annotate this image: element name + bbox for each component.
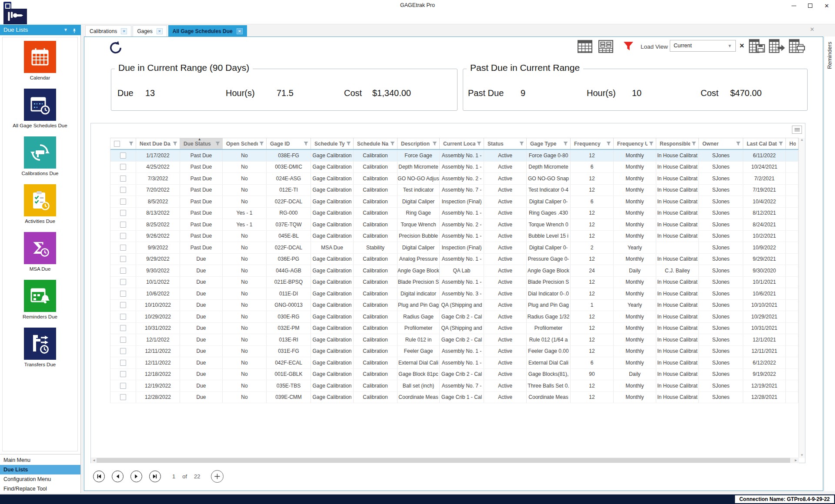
table-row[interactable]: 12/19/2022DueNo035E-TBSGage CalibrationC… bbox=[110, 380, 798, 392]
tab-gages[interactable]: Gages✕ bbox=[133, 25, 167, 36]
row-checkbox[interactable] bbox=[120, 245, 126, 251]
row-checkbox[interactable] bbox=[120, 222, 126, 228]
column-header-current-loca[interactable]: Current Loca bbox=[440, 138, 484, 149]
table-row[interactable]: 9/26/2022Past DueNo045E-BLGage Calibrati… bbox=[110, 231, 798, 242]
filter-icon[interactable] bbox=[691, 141, 696, 146]
table-row[interactable]: 8/13/2022Past DueYes - 1RG-000Gage Calib… bbox=[110, 208, 798, 219]
close-button[interactable]: ✕ bbox=[818, 0, 835, 11]
sidebar-menu-item-main-menu[interactable]: Main Menu bbox=[0, 455, 80, 465]
first-page-button[interactable] bbox=[93, 471, 105, 482]
filter-icon[interactable] bbox=[390, 141, 395, 146]
filter-icon[interactable] bbox=[778, 141, 783, 146]
filter-icon[interactable] bbox=[346, 141, 351, 146]
column-header-last-cal-date[interactable]: Last Cal Date bbox=[743, 138, 786, 149]
filter-icon[interactable] bbox=[259, 141, 264, 146]
last-page-button[interactable] bbox=[149, 471, 161, 482]
clear-view-icon[interactable]: ✕ bbox=[739, 42, 745, 49]
table-row[interactable]: 9/29/2022DueNo036E-PGGage CalibrationCal… bbox=[110, 254, 798, 265]
sidebar-menu-item-configuration-menu[interactable]: Configuration Menu bbox=[0, 474, 80, 484]
tab-calibrations[interactable]: Calibrations✕ bbox=[85, 25, 131, 36]
table-row[interactable]: 1/17/2022Past DueNo038E-FGGage Calibrati… bbox=[110, 150, 798, 162]
select-all-checkbox[interactable] bbox=[114, 141, 120, 147]
filter-icon[interactable] bbox=[432, 141, 437, 146]
minimize-button[interactable] bbox=[785, 0, 802, 11]
table-row[interactable]: 10/10/2022DueNoGNG-00013Gage Calibration… bbox=[110, 300, 798, 312]
sidebar-item-calibrations-due[interactable]: Calibrations Due bbox=[3, 133, 77, 181]
row-checkbox[interactable] bbox=[120, 199, 126, 205]
reminders-side-tab[interactable]: Reminders bbox=[824, 36, 835, 491]
column-header-schedule-na[interactable]: Schedule Na bbox=[354, 138, 397, 149]
filter-icon[interactable] bbox=[563, 141, 568, 146]
scrollbar-thumb[interactable] bbox=[97, 458, 790, 463]
row-checkbox[interactable] bbox=[120, 176, 126, 182]
add-record-button[interactable] bbox=[211, 470, 224, 483]
row-checkbox[interactable] bbox=[120, 268, 126, 274]
table-row[interactable]: 4/25/2022Past DueNo003E-DMICGage Calibra… bbox=[110, 162, 798, 173]
column-header-status[interactable]: Status bbox=[484, 138, 527, 149]
sidebar-item-all-gage-schedules-due[interactable]: All Gage Schedules Due bbox=[3, 85, 77, 133]
column-header-open-schedu[interactable]: Open Schedu bbox=[223, 138, 267, 149]
tab-close-icon[interactable]: ✕ bbox=[237, 28, 243, 34]
row-checkbox[interactable] bbox=[120, 153, 126, 159]
table-row[interactable]: 10/6/2022DueNo011E-DIGage CalibrationCal… bbox=[110, 288, 798, 300]
table-row[interactable]: 9/30/2022DueNo044G-AGBGage CalibrationCa… bbox=[110, 265, 798, 277]
filter-icon[interactable] bbox=[519, 141, 524, 146]
column-header-frequency-u[interactable]: Frequency U bbox=[614, 138, 656, 149]
filter-icon[interactable] bbox=[477, 141, 481, 146]
table-row[interactable]: 7/3/2022Past DueNo024E-ASGGage Calibrati… bbox=[110, 173, 798, 185]
tab-close-icon[interactable]: ✕ bbox=[157, 28, 163, 34]
table-row[interactable]: 9/9/2022Past DueNo022F-DCALMSA DueStabil… bbox=[110, 242, 798, 254]
table-row[interactable]: 10/29/2022DueNo030E-RGGage CalibrationCa… bbox=[110, 311, 798, 323]
row-checkbox[interactable] bbox=[120, 348, 126, 354]
filter-icon[interactable] bbox=[215, 141, 220, 146]
filter-icon[interactable] bbox=[623, 41, 634, 53]
filter-icon[interactable] bbox=[173, 141, 177, 146]
row-checkbox[interactable] bbox=[120, 233, 126, 239]
column-header-responsible[interactable]: Responsible bbox=[656, 138, 699, 149]
card-view-icon[interactable] bbox=[598, 40, 613, 55]
row-checkbox[interactable] bbox=[120, 325, 126, 331]
table-row[interactable]: 12/11/2022DueNo031E-FGGage CalibrationCa… bbox=[110, 346, 798, 358]
row-checkbox[interactable] bbox=[120, 187, 126, 193]
table-row[interactable]: 12/28/2022DueNo039E-CMMGage CalibrationC… bbox=[110, 392, 798, 404]
horizontal-scrollbar[interactable]: ◄ ► bbox=[91, 458, 799, 463]
select-all-header[interactable] bbox=[110, 138, 136, 149]
row-checkbox[interactable] bbox=[120, 256, 126, 262]
filter-icon[interactable] bbox=[304, 141, 308, 146]
row-checkbox[interactable] bbox=[120, 383, 126, 389]
column-header-gage-type[interactable]: Gage Type bbox=[527, 138, 571, 149]
sidebar-item-activities-due[interactable]: Activities Due bbox=[3, 181, 77, 229]
chevron-down-icon[interactable]: ▼ bbox=[63, 25, 68, 35]
sidebar-menu-item-due-lists[interactable]: Due Lists bbox=[0, 465, 80, 474]
filter-icon[interactable] bbox=[606, 141, 611, 146]
column-header-description[interactable]: Description bbox=[397, 138, 440, 149]
table-row[interactable]: 12/1/2022DueNo013E-RIGage CalibrationCal… bbox=[110, 334, 798, 346]
table-row[interactable]: 7/20/2022Past DueNo012E-TIGage Calibrati… bbox=[110, 185, 798, 196]
table-row[interactable]: 10/31/2022DueNo032E-PMGage CalibrationCa… bbox=[110, 323, 798, 335]
row-checkbox[interactable] bbox=[120, 279, 126, 285]
grid-view-icon[interactable] bbox=[578, 40, 592, 55]
app-logo-icon[interactable] bbox=[3, 9, 27, 24]
print-grid-icon[interactable] bbox=[789, 39, 805, 55]
tab-all-gage-schedules-due[interactable]: All Gage Schedules Due✕ bbox=[168, 25, 247, 36]
row-checkbox[interactable] bbox=[120, 371, 126, 377]
previous-page-button[interactable] bbox=[112, 471, 124, 482]
maximize-button[interactable] bbox=[802, 0, 818, 11]
save-view-icon[interactable] bbox=[749, 39, 765, 55]
tab-close-icon[interactable]: ✕ bbox=[121, 28, 127, 34]
row-checkbox[interactable] bbox=[120, 337, 126, 343]
sidebar-item-reminders-due[interactable]: Reminders Due bbox=[3, 276, 77, 324]
load-view-select[interactable]: Current ▼ bbox=[670, 40, 736, 52]
refresh-icon[interactable] bbox=[109, 41, 124, 56]
sidebar-item-transfers-due[interactable]: Transfers Due bbox=[3, 324, 77, 372]
column-header-schedule-typ[interactable]: Schedule Typ bbox=[311, 138, 354, 149]
row-checkbox[interactable] bbox=[120, 291, 126, 297]
table-row[interactable]: 8/5/2022Past DueNo022F-DCALGage Calibrat… bbox=[110, 196, 798, 208]
table-row[interactable]: 10/1/2022DueNo021E-BPSQGage CalibrationC… bbox=[110, 277, 798, 288]
column-header-next-due-da[interactable]: Next Due Da bbox=[136, 138, 180, 149]
column-chooser-icon[interactable] bbox=[792, 126, 802, 134]
sidebar-item-msa-due[interactable]: ΣMSA Due bbox=[3, 229, 77, 276]
row-checkbox[interactable] bbox=[120, 164, 126, 170]
filter-icon[interactable] bbox=[736, 141, 741, 146]
sidebar-item-calendar[interactable]: Calendar bbox=[3, 37, 77, 85]
